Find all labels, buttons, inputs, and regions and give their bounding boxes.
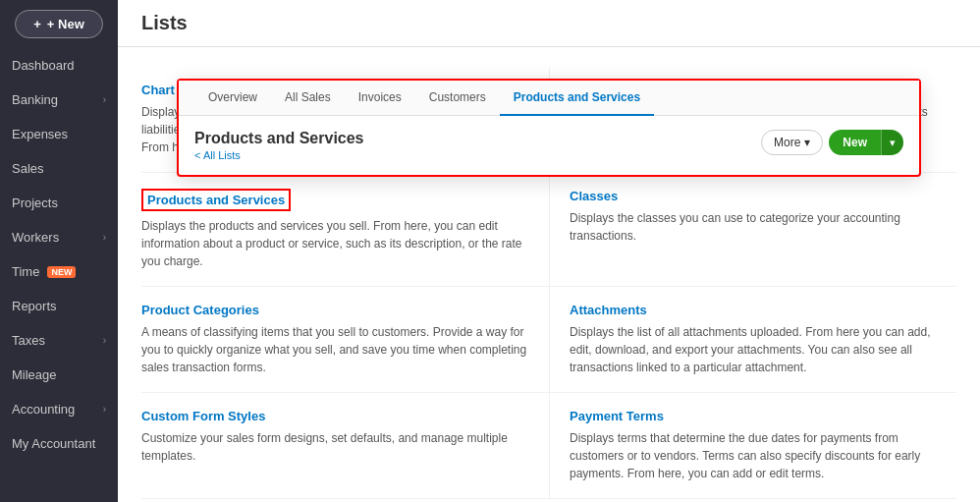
tab-all-sales[interactable]: All Sales: [271, 81, 345, 116]
sidebar-item-sales[interactable]: Sales: [0, 151, 118, 186]
chevron-down-icon: ▾: [804, 136, 810, 149]
tab-customers[interactable]: Customers: [415, 81, 500, 116]
sidebar-item-my-accountant[interactable]: My Accountant: [0, 426, 118, 461]
sidebar-item-label: Sales: [12, 161, 44, 176]
sidebar-item-projects[interactable]: Projects: [0, 186, 118, 220]
sidebar-item-accounting[interactable]: Accounting›: [0, 392, 118, 426]
list-item: Payment TermsDisplays terms that determi…: [549, 393, 956, 499]
list-item: AttachmentsDisplays the list of all atta…: [549, 287, 956, 393]
sidebar-item-label: Reports: [12, 299, 57, 313]
page-header: Lists: [118, 0, 980, 47]
sidebar-item-label: Mileage: [12, 367, 57, 382]
new-green-button[interactable]: New: [829, 130, 881, 155]
sidebar-item-label: Dashboard: [12, 58, 75, 73]
sidebar-item-mileage[interactable]: Mileage: [0, 358, 118, 392]
sidebar-item-label: Projects: [12, 195, 58, 210]
new-button-group: New ▾: [829, 130, 903, 155]
sidebar-item-label: Workers: [12, 230, 59, 245]
list-desc: A means of classifying items that you se…: [141, 323, 529, 376]
sidebar-item-label: Accounting: [12, 402, 75, 417]
sidebar: + + New DashboardBanking›ExpensesSalesPr…: [0, 0, 118, 502]
list-item: Products and ServicesDisplays the produc…: [141, 173, 549, 287]
list-desc: Customize your sales form designs, set d…: [141, 429, 529, 465]
list-title-products-and-services[interactable]: Products and Services: [141, 189, 529, 211]
list-desc: Displays terms that determine the due da…: [570, 429, 937, 482]
new-button-label: + New: [47, 17, 84, 31]
popup-overlay: OverviewAll SalesInvoicesCustomersProduc…: [177, 79, 921, 177]
chevron-right-icon: ›: [103, 94, 106, 105]
list-item: ClassesDisplays the classes you can use …: [549, 173, 956, 287]
list-desc: Displays the products and services you s…: [141, 217, 529, 270]
popup-body: Products and Services All Lists More ▾ N…: [179, 116, 919, 175]
sidebar-item-label: Taxes: [12, 333, 45, 348]
popup-back-link[interactable]: All Lists: [194, 149, 364, 161]
new-badge: NEW: [47, 266, 76, 278]
main-content: Lists Chart of AccountsDisplays your acc…: [118, 0, 980, 502]
sidebar-item-label: My Accountant: [12, 436, 95, 451]
more-button-label: More: [774, 136, 800, 149]
tab-invoices[interactable]: Invoices: [345, 81, 415, 116]
sidebar-item-label: TimeNEW: [12, 264, 76, 279]
chevron-right-icon: ›: [103, 404, 106, 415]
popup-actions: More ▾ New ▾: [761, 130, 903, 155]
sidebar-item-expenses[interactable]: Expenses: [0, 117, 118, 151]
list-desc: Displays the list of all attachments upl…: [570, 323, 937, 376]
sidebar-item-dashboard[interactable]: Dashboard: [0, 48, 118, 83]
sidebar-item-banking[interactable]: Banking›: [0, 83, 118, 117]
list-title-attachments[interactable]: Attachments: [570, 303, 937, 317]
popup-body-left: Products and Services All Lists: [194, 130, 364, 161]
sidebar-item-time[interactable]: TimeNEW: [0, 254, 118, 289]
tab-products-and-services[interactable]: Products and Services: [500, 81, 654, 116]
list-title-product-categories[interactable]: Product Categories: [141, 303, 529, 317]
new-green-caret-button[interactable]: ▾: [881, 130, 903, 155]
popup-body-title: Products and Services: [194, 130, 364, 147]
sidebar-item-label: Expenses: [12, 127, 68, 141]
plus-icon: +: [33, 17, 41, 31]
page-title: Lists: [141, 12, 956, 34]
list-title-payment-terms[interactable]: Payment Terms: [570, 409, 937, 423]
chevron-right-icon: ›: [103, 335, 106, 346]
chevron-right-icon: ›: [103, 232, 106, 243]
sidebar-item-taxes[interactable]: Taxes›: [0, 323, 118, 358]
sidebar-item-label: Banking: [12, 92, 58, 107]
highlighted-title: Products and Services: [141, 189, 291, 211]
list-item: Custom Form StylesCustomize your sales f…: [141, 393, 549, 499]
sidebar-item-reports[interactable]: Reports: [0, 289, 118, 323]
list-title-classes[interactable]: Classes: [570, 189, 937, 203]
list-desc: Displays the classes you can use to cate…: [570, 209, 937, 245]
sidebar-item-workers[interactable]: Workers›: [0, 220, 118, 254]
new-button[interactable]: + + New: [15, 10, 103, 38]
more-button[interactable]: More ▾: [761, 130, 823, 155]
list-item: Product CategoriesA means of classifying…: [141, 287, 549, 393]
popup-tabs: OverviewAll SalesInvoicesCustomersProduc…: [179, 81, 919, 116]
list-title-custom-form-styles[interactable]: Custom Form Styles: [141, 409, 529, 423]
tab-overview[interactable]: Overview: [194, 81, 271, 116]
